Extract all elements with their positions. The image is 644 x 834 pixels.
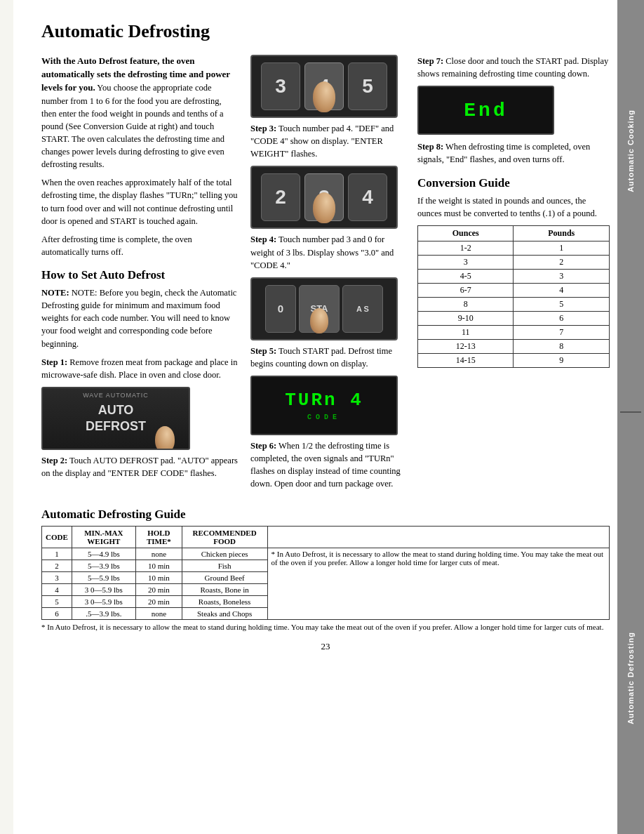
how-to-heading: How to Set Auto Defrost [41, 268, 238, 282]
note-text: NOTE: NOTE: Before you begin, check the … [41, 286, 238, 350]
conversion-row: 32 [418, 255, 610, 269]
guide-row: 15—4.9 lbsnoneChicken pieces* In Auto De… [42, 548, 610, 560]
guide-cell-weight: 5—4.9 lbs [72, 548, 135, 560]
side-tab-divider [620, 411, 641, 413]
intro-body: You choose the appropriate code number f… [41, 83, 224, 169]
step7-text: Step 7: Close door and touch the START p… [417, 55, 610, 80]
ounces-cell: 9-10 [418, 311, 514, 325]
guide-cell-hold: none [135, 548, 182, 560]
conversion-table: Ounces Pounds 1-21324-536-74859-10611712… [417, 225, 610, 368]
guide-cell-food: Roasts, Boneless [182, 595, 267, 607]
guide-cell-food: Fish [182, 560, 267, 571]
pounds-cell: 1 [514, 241, 610, 255]
step4-label: Step 4: [250, 234, 276, 244]
left-column: With the Auto Defrost feature, the oven … [41, 55, 238, 496]
note-body: NOTE: Before you begin, check the Automa… [41, 288, 236, 349]
key-4: 4 [348, 173, 387, 221]
guide-cell-hold: 20 min [135, 583, 182, 595]
code-label: CODE [307, 413, 341, 421]
conversion-row: 14-159 [418, 353, 610, 367]
conversion-heading: Conversion Guide [417, 176, 610, 190]
guide-cell-hold: none [135, 607, 182, 619]
finger-overlay-1 [313, 81, 335, 112]
guide-cell-weight: .5—3.9 lbs. [72, 607, 135, 619]
step6-label: Step 6: [250, 441, 276, 451]
guide-cell-code: 2 [42, 560, 72, 571]
wave-text: WAVE AUTOMATIC [43, 392, 189, 399]
pounds-cell: 5 [514, 297, 610, 311]
intro-paragraph: With the Auto Defrost feature, the oven … [41, 55, 238, 171]
guide-cell-food: Roasts, Bone in [182, 583, 267, 595]
key-as: A S [342, 285, 383, 333]
pounds-cell: 7 [514, 325, 610, 339]
finger-icon [155, 426, 175, 450]
ounces-cell: 8 [418, 297, 514, 311]
ounces-cell: 1-2 [418, 241, 514, 255]
guide-cell-weight: 3 0—5.9 lbs [72, 583, 135, 595]
col-ounces: Ounces [418, 225, 514, 241]
keypad-image-2: 2 3 4 [250, 166, 398, 229]
start-keypad-image: 0 STA A S [250, 277, 398, 340]
auto-defrost-inner: AUTO DEFROST [86, 403, 146, 434]
guide-cell-code: 1 [42, 548, 72, 560]
ounces-cell: 11 [418, 325, 514, 339]
step1-label: Step 1: [41, 357, 67, 367]
guide-cell-food: Ground Beef [182, 571, 267, 583]
main-page: Automatic Defrosting With the Auto Defro… [13, 0, 631, 834]
pounds-cell: 2 [514, 255, 610, 269]
key-start-finger: STA [299, 285, 340, 333]
middle-column: 3 4 5 Step 3: Touch number pad 4. "DEF" … [250, 55, 405, 496]
key-5: 5 [348, 62, 387, 110]
conversion-row: 1-21 [418, 241, 610, 255]
guide-heading: Automatic Defrosting Guide [41, 508, 610, 522]
step1-text: Step 1: Remove frozen meat from package … [41, 356, 238, 381]
conversion-row: 9-106 [418, 311, 610, 325]
guide-cell-weight: 3 0—5.9 lbs [72, 595, 135, 607]
key-4-finger: 4 [304, 62, 344, 110]
end-text: End [464, 100, 507, 121]
guide-cell-code: 5 [42, 595, 72, 607]
guide-note: * In Auto Defrost, it is necessary to al… [41, 623, 610, 631]
pounds-cell: 4 [514, 283, 610, 297]
keypad-image-1: 3 4 5 [250, 55, 398, 118]
intro-paragraph-2: When the oven reaches approximately half… [41, 176, 238, 227]
step1-body: Remove frozen meat from package and plac… [41, 357, 237, 380]
side-tab-text-1: Automatic Cooking [626, 110, 635, 192]
step8-label: Step 8: [417, 142, 443, 152]
pounds-cell: 6 [514, 311, 610, 325]
step8-body: When defrosting time is completed, oven … [417, 142, 590, 164]
guide-cell-hold: 10 min [135, 571, 182, 583]
finger-overlay-3 [310, 308, 328, 333]
key-3-finger: 3 [304, 173, 344, 221]
step5-text: Step 5: Touch START pad. Defrost time be… [250, 345, 405, 370]
guide-section: Automatic Defrosting Guide CODEMIN.-MAX … [41, 508, 610, 631]
guide-cell-food: Steaks and Chops [182, 607, 267, 619]
step7-body: Close door and touch the START pad. Disp… [417, 56, 608, 79]
guide-cell-weight: 5—5.9 lbs [72, 571, 135, 583]
guide-cell-hold: 10 min [135, 560, 182, 571]
ounces-cell: 14-15 [418, 353, 514, 367]
step8-text: Step 8: When defrosting time is complete… [417, 140, 610, 166]
step5-label: Step 5: [250, 346, 276, 356]
step2-text: Step 2: Touch AUTO DEFROST pad. "AUTO" a… [41, 454, 238, 479]
guide-cell-code: 4 [42, 583, 72, 595]
guide-col-header: RECOMMENDED FOOD [182, 526, 267, 548]
guide-cell-weight: 5—3.9 lbs [72, 560, 135, 571]
auto-label: AUTO [98, 403, 134, 418]
ounces-cell: 12-13 [418, 339, 514, 353]
side-tab-text-2: Automatic Defrosting [626, 632, 635, 724]
guide-cell-code: 6 [42, 607, 72, 619]
end-display: End [417, 86, 554, 135]
guide-cell-note: * In Auto Defrost, it is necessary to al… [267, 548, 609, 619]
ounces-cell: 3 [418, 255, 514, 269]
conversion-row: 117 [418, 325, 610, 339]
guide-cell-food: Chicken pieces [182, 548, 267, 560]
conversion-row: 12-138 [418, 339, 610, 353]
auto-defrost-image: WAVE AUTOMATIC AUTO DEFROST [41, 387, 190, 450]
finger-overlay-2 [313, 192, 335, 223]
step3-label: Step 3: [250, 124, 276, 133]
page-number: 23 [41, 641, 610, 652]
guide-col-note [267, 526, 609, 548]
conversion-intro: If the weight is stated in pounds and ou… [417, 194, 610, 220]
conversion-row: 6-74 [418, 283, 610, 297]
